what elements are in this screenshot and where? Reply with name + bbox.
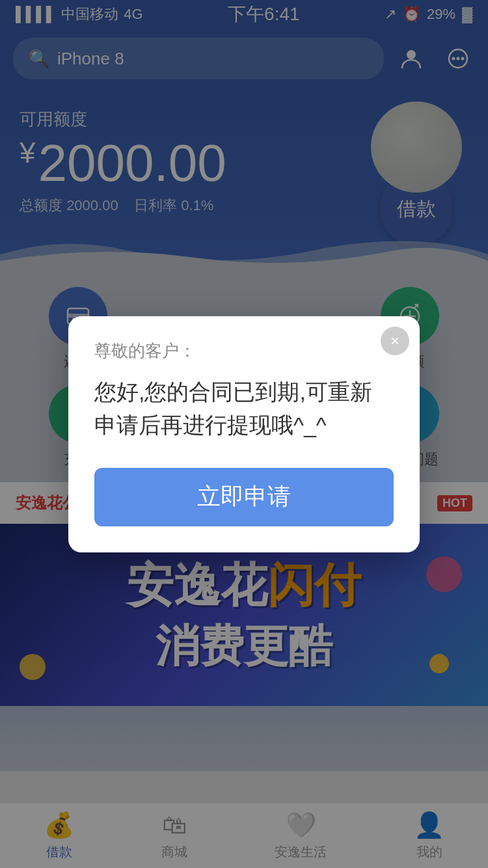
modal-close-button[interactable]: × (381, 327, 409, 355)
modal-message: 您好,您的合同已到期,可重新申请后再进行提现哦^_^ (94, 375, 394, 442)
modal-overlay[interactable]: × 尊敬的客户： 您好,您的合同已到期,可重新申请后再进行提现哦^_^ 立即申请 (0, 0, 488, 868)
modal-greeting: 尊敬的客户： (94, 340, 394, 362)
modal-dialog: × 尊敬的客户： 您好,您的合同已到期,可重新申请后再进行提现哦^_^ 立即申请 (68, 316, 420, 552)
modal-apply-button[interactable]: 立即申请 (94, 468, 394, 526)
